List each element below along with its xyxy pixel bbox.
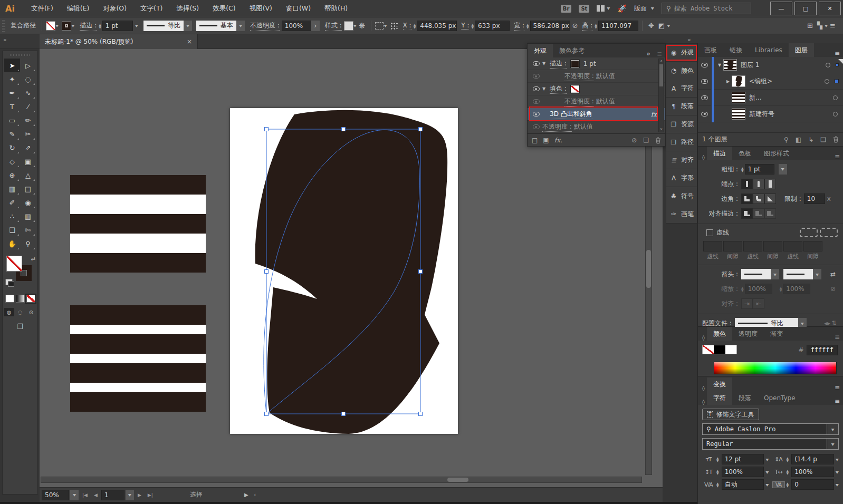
magic-wand-tool[interactable]: ✦: [4, 72, 20, 86]
adobe-stock-search[interactable]: ⚲ 搜索 Adobe Stock: [662, 3, 751, 14]
chevron-down-icon[interactable]: ▼: [827, 438, 839, 450]
weight-stepper[interactable]: ▲▼: [741, 167, 744, 172]
style-swatch[interactable]: [344, 21, 353, 31]
font-style-field[interactable]: Regular: [702, 438, 827, 450]
shape-builder-tool[interactable]: ⊕: [4, 168, 20, 182]
add-new-stroke-icon[interactable]: □: [532, 137, 538, 144]
clipping-mask-icon[interactable]: ◧: [796, 136, 801, 143]
tab-opentype[interactable]: OpenType: [758, 391, 802, 405]
color-spectrum-bar[interactable]: [714, 362, 837, 374]
opacity-expand-button[interactable]: ›: [311, 21, 320, 31]
direct-selection-tool[interactable]: ▷: [20, 59, 36, 72]
stroke-color-control[interactable]: ▼: [62, 21, 74, 31]
weight-field[interactable]: 1 pt: [745, 164, 774, 175]
tab-color[interactable]: 颜色: [707, 327, 732, 341]
arrange-documents-button[interactable]: ▼: [597, 5, 610, 12]
gap-field[interactable]: [763, 241, 782, 251]
target-circle-icon[interactable]: [833, 95, 838, 100]
dashed-line-checkbox[interactable]: [706, 229, 713, 236]
tab-artboards[interactable]: 画板: [698, 43, 723, 57]
striped-artwork-bottom[interactable]: [70, 305, 206, 412]
appearance-scrollbar[interactable]: ∧∨: [658, 59, 664, 132]
none-button[interactable]: [26, 295, 35, 303]
appearance-row-fill[interactable]: ▼ 填色 :: [528, 83, 665, 95]
menu-view[interactable]: 视图(V): [243, 4, 279, 13]
stroke-weight-stepper[interactable]: ▲▼: [99, 23, 101, 28]
shape-mode-control[interactable]: ▚▼: [815, 22, 828, 30]
lasso-tool[interactable]: ◌: [20, 72, 36, 86]
join-miter-button[interactable]: [741, 193, 753, 204]
x-stepper[interactable]: ▲▼: [414, 23, 416, 28]
draw-inside-button[interactable]: ⊙: [26, 308, 36, 316]
delete-layer-icon[interactable]: [833, 136, 839, 143]
panel-button-glyphs[interactable]: A 字形: [666, 169, 697, 187]
style-label[interactable]: 样式 :: [325, 21, 342, 31]
visibility-eye-icon[interactable]: [533, 61, 540, 66]
appearance-row-stroke[interactable]: ▼ 描边 : 1 pt: [528, 57, 665, 70]
type-tool[interactable]: T: [4, 100, 20, 113]
line-segment-tool[interactable]: ⁄: [20, 100, 36, 113]
gap-field[interactable]: [723, 241, 742, 251]
hand-tool[interactable]: ✋: [4, 237, 20, 250]
transform-icon[interactable]: ✥: [648, 22, 654, 30]
artboard[interactable]: [230, 108, 458, 434]
close-document-icon[interactable]: ×: [187, 38, 192, 45]
menu-object[interactable]: 对象(O): [96, 4, 133, 13]
dash-field[interactable]: [703, 241, 722, 251]
arrowhead-start-dropdown[interactable]: [741, 269, 771, 279]
scissors-tool[interactable]: ✂: [20, 127, 36, 141]
pen-tool[interactable]: ✒: [4, 86, 20, 100]
dash-field[interactable]: [783, 241, 802, 251]
menu-select[interactable]: 选择(S): [169, 4, 206, 13]
font-family-field[interactable]: ⚲ Adobe Caslon Pro: [702, 423, 827, 435]
cap-butt-button[interactable]: [741, 179, 753, 189]
status-collapse-icon[interactable]: ‹: [254, 491, 256, 498]
visibility-eye-icon[interactable]: [533, 86, 540, 91]
scrollbar-thumb[interactable]: [646, 250, 651, 288]
eyedropper-tool[interactable]: ✐: [4, 196, 20, 209]
color-button[interactable]: [5, 295, 14, 303]
target-circle-icon[interactable]: [833, 112, 838, 117]
tab-links[interactable]: 链接: [723, 43, 749, 57]
layer-row-group[interactable]: ▶ <编组>: [698, 73, 843, 90]
cap-projecting-button[interactable]: [764, 179, 776, 189]
panel-button-asset-export[interactable]: ❐ 资源: [666, 115, 697, 133]
tab-character[interactable]: 字符: [707, 391, 732, 405]
duplicate-item-icon[interactable]: ❏: [643, 137, 649, 144]
stroke-color-swatch[interactable]: [571, 60, 579, 67]
last-artboard-button[interactable]: ▶|: [145, 492, 156, 498]
layer-row-new-symbol[interactable]: 新建符号: [698, 106, 843, 122]
stroke-weight-field[interactable]: 1 pt: [102, 21, 133, 31]
draw-normal-button[interactable]: ◍: [4, 308, 14, 316]
scale-tool[interactable]: ⇗: [20, 141, 36, 154]
visibility-eye-icon[interactable]: [701, 79, 708, 84]
stroke-weight-label[interactable]: 描边 :: [80, 21, 97, 31]
width-field[interactable]: 586.208 px: [530, 21, 570, 31]
striped-artwork-top[interactable]: [70, 175, 206, 273]
swap-arrowheads-icon[interactable]: ⇄: [830, 270, 836, 278]
chevron-down-icon[interactable]: ▼: [836, 470, 839, 473]
chevron-down-icon[interactable]: ▼: [765, 457, 769, 461]
visibility-eye-icon[interactable]: [701, 63, 708, 67]
flip-along-icon[interactable]: ◂▸: [824, 319, 830, 327]
fill-none-swatch[interactable]: [571, 85, 579, 93]
dash-field[interactable]: [743, 241, 762, 251]
panel-button-color-guide[interactable]: ◔ 颜色: [666, 62, 697, 80]
menu-window[interactable]: 窗口(W): [279, 4, 318, 13]
chevron-down-icon[interactable]: ▼: [716, 63, 723, 67]
collapse-diamond-icon[interactable]: ◊: [702, 385, 705, 391]
tab-paragraph[interactable]: 段落: [732, 391, 758, 405]
leading-field[interactable]: (14.4 p: [791, 454, 834, 464]
chevron-down-icon[interactable]: ▼: [813, 269, 821, 279]
visibility-eye-icon[interactable]: [701, 95, 708, 100]
chevron-down-icon[interactable]: ▼: [827, 423, 839, 435]
vertical-scale-field[interactable]: 100%: [722, 467, 764, 477]
status-play-icon[interactable]: ▶: [244, 492, 248, 498]
tracking-field[interactable]: 0: [791, 479, 834, 490]
screen-mode-button[interactable]: ❐: [3, 323, 37, 331]
link-scale-icon[interactable]: ⊘: [830, 285, 836, 293]
x-field[interactable]: 448.035 px: [417, 21, 457, 31]
visibility-eye-icon[interactable]: [533, 99, 540, 104]
panel-menu-icon[interactable]: ≡: [654, 50, 665, 57]
toolbar-grip[interactable]: [10, 53, 30, 57]
